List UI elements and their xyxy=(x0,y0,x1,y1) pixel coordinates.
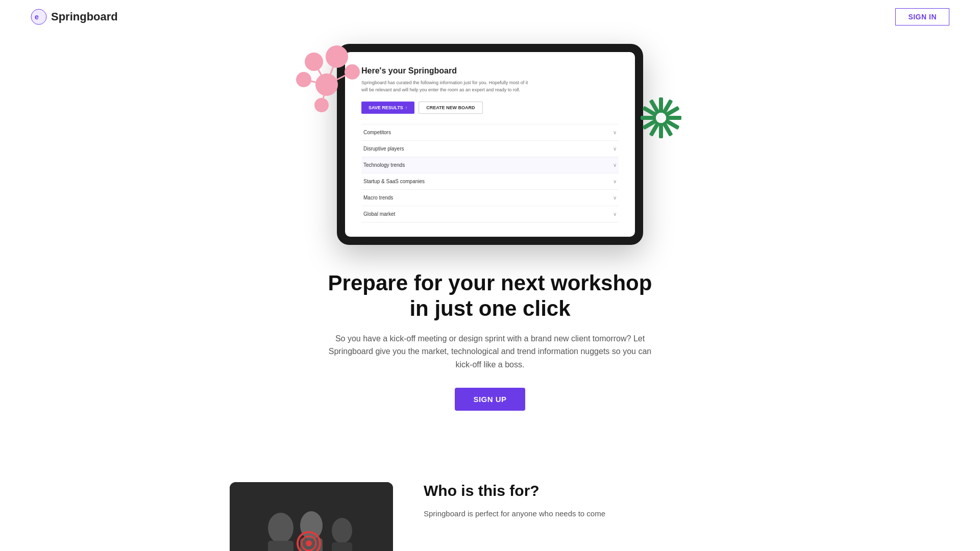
people-image-svg xyxy=(230,482,393,551)
svg-point-0 xyxy=(31,9,46,24)
chevron-down-icon: ∨ xyxy=(613,162,617,168)
who-section: Who is this for? Springboard is perfect … xyxy=(209,482,771,551)
svg-rect-31 xyxy=(332,542,352,551)
logo: e Springboard xyxy=(31,9,118,25)
svg-rect-13 xyxy=(659,97,663,113)
who-text: Who is this for? Springboard is perfect … xyxy=(424,482,750,520)
screen-title: Here's your Springboard xyxy=(361,66,619,76)
hero-title: Prepare for your next workshop in just o… xyxy=(322,270,658,322)
svg-point-26 xyxy=(268,513,293,543)
list-item[interactable]: Competitors ∨ xyxy=(361,124,619,141)
chevron-down-icon: ∨ xyxy=(613,130,617,135)
chevron-down-icon: ∨ xyxy=(613,195,617,201)
green-starburst-decoration xyxy=(638,95,684,141)
list-item-technology-trends[interactable]: Technology trends ∨ xyxy=(361,157,619,173)
who-image xyxy=(230,482,393,551)
svg-text:e: e xyxy=(35,13,39,21)
save-results-button[interactable]: SAVE RESULTS ↑ xyxy=(361,102,414,114)
chevron-down-icon: ∨ xyxy=(613,146,617,152)
tablet-screen: Here's your Springboard Springboard has … xyxy=(345,52,635,237)
hero-section: Here's your Springboard Springboard has … xyxy=(0,34,980,441)
svg-rect-19 xyxy=(659,123,663,138)
svg-point-34 xyxy=(306,540,312,546)
hero-content: Prepare for your next workshop in just o… xyxy=(311,270,669,411)
svg-point-28 xyxy=(300,511,323,540)
svg-rect-27 xyxy=(268,541,293,551)
list-item[interactable]: Disruptive players ∨ xyxy=(361,141,619,157)
list-item[interactable]: Startup & SaaS companies ∨ xyxy=(361,173,619,190)
sign-in-button[interactable]: SIGN IN xyxy=(895,8,949,26)
list-item[interactable]: Global market ∨ xyxy=(361,206,619,222)
signup-button[interactable]: SIGN UP xyxy=(455,388,525,411)
tablet-frame: Here's your Springboard Springboard has … xyxy=(337,44,643,245)
screen-list: Competitors ∨ Disruptive players ∨ Techn… xyxy=(361,124,619,222)
chevron-down-icon: ∨ xyxy=(613,179,617,184)
list-item[interactable]: Macro trends ∨ xyxy=(361,190,619,206)
hero-description: So you have a kick-off meeting or design… xyxy=(322,332,658,371)
who-image-inner xyxy=(230,482,393,551)
create-new-board-button[interactable]: CREATE NEW BOARD xyxy=(419,102,482,114)
screen-subtitle: Springboard has curated the following in… xyxy=(361,80,535,93)
who-description: Springboard is perfect for anyone who ne… xyxy=(424,508,750,520)
svg-rect-16 xyxy=(666,116,681,120)
tablet-container: Here's your Springboard Springboard has … xyxy=(337,44,643,245)
upload-icon: ↑ xyxy=(405,105,408,110)
svg-rect-22 xyxy=(641,116,656,120)
header: e Springboard SIGN IN xyxy=(0,0,980,34)
chevron-down-icon: ∨ xyxy=(613,211,617,217)
who-title: Who is this for? xyxy=(424,482,750,499)
springboard-logo-icon: e xyxy=(31,9,47,25)
svg-point-30 xyxy=(332,518,352,543)
logo-text: Springboard xyxy=(51,10,118,23)
screen-buttons: SAVE RESULTS ↑ CREATE NEW BOARD xyxy=(361,102,619,114)
pink-blob-decoration xyxy=(286,34,368,115)
